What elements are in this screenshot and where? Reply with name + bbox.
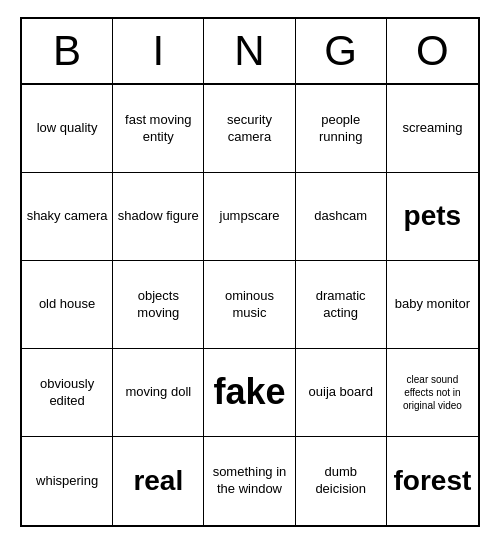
bingo-cell-11: objects moving (113, 261, 204, 349)
bingo-cell-23: dumb deicision (296, 437, 387, 525)
bingo-cell-22: something in the window (204, 437, 295, 525)
bingo-cell-6: shadow figure (113, 173, 204, 261)
bingo-letter-g: G (296, 19, 387, 83)
bingo-cell-13: dramatic acting (296, 261, 387, 349)
bingo-cell-4: screaming (387, 85, 478, 173)
bingo-cell-24: forest (387, 437, 478, 525)
bingo-cell-2: security camera (204, 85, 295, 173)
bingo-cell-5: shaky camera (22, 173, 113, 261)
bingo-cell-20: whispering (22, 437, 113, 525)
bingo-cell-12: ominous music (204, 261, 295, 349)
bingo-cell-21: real (113, 437, 204, 525)
bingo-cell-15: obviously edited (22, 349, 113, 437)
bingo-header: BINGO (22, 19, 478, 85)
bingo-card: BINGO low qualityfast moving entitysecur… (20, 17, 480, 527)
bingo-letter-o: O (387, 19, 478, 83)
bingo-cell-14: baby monitor (387, 261, 478, 349)
bingo-cell-19: clear sound effects not in original vide… (387, 349, 478, 437)
bingo-letter-b: B (22, 19, 113, 83)
bingo-cell-9: pets (387, 173, 478, 261)
bingo-letter-n: N (204, 19, 295, 83)
bingo-cell-3: people running (296, 85, 387, 173)
bingo-cell-10: old house (22, 261, 113, 349)
bingo-cell-8: dashcam (296, 173, 387, 261)
bingo-letter-i: I (113, 19, 204, 83)
bingo-cell-18: ouija board (296, 349, 387, 437)
bingo-cell-16: moving doll (113, 349, 204, 437)
bingo-cell-1: fast moving entity (113, 85, 204, 173)
bingo-grid: low qualityfast moving entitysecurity ca… (22, 85, 478, 525)
bingo-cell-7: jumpscare (204, 173, 295, 261)
bingo-cell-17: fake (204, 349, 295, 437)
bingo-cell-0: low quality (22, 85, 113, 173)
